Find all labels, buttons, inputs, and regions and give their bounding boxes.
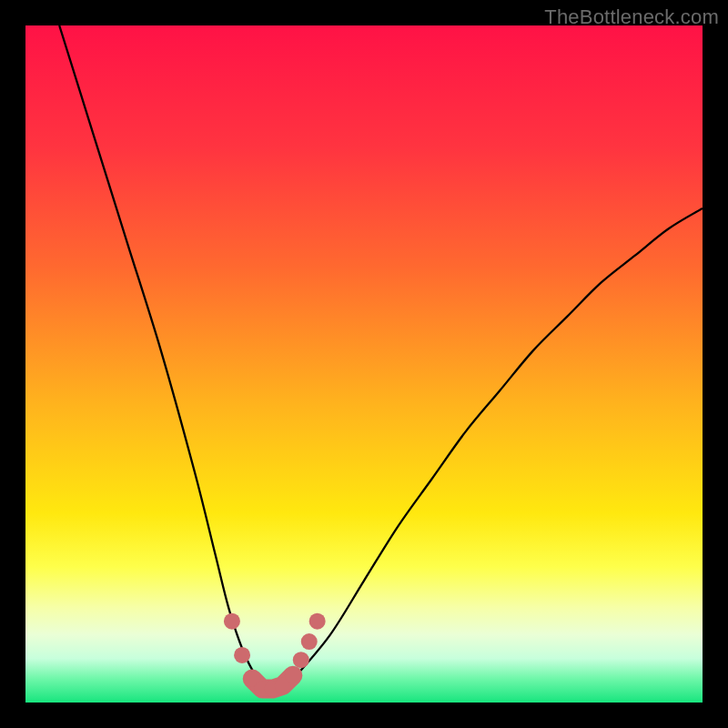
watermark-text: TheBottleneck.com — [544, 5, 719, 29]
chart-svg — [25, 25, 703, 703]
marker-dot — [309, 613, 326, 630]
marker-dot — [293, 652, 309, 668]
marker-dot — [285, 667, 301, 683]
gradient-background — [25, 25, 703, 703]
marker-dot — [234, 647, 250, 663]
marker-dot — [224, 613, 240, 630]
plot-area — [25, 25, 703, 703]
marker-dot — [301, 633, 318, 650]
chart-frame: TheBottleneck.com — [0, 0, 728, 728]
